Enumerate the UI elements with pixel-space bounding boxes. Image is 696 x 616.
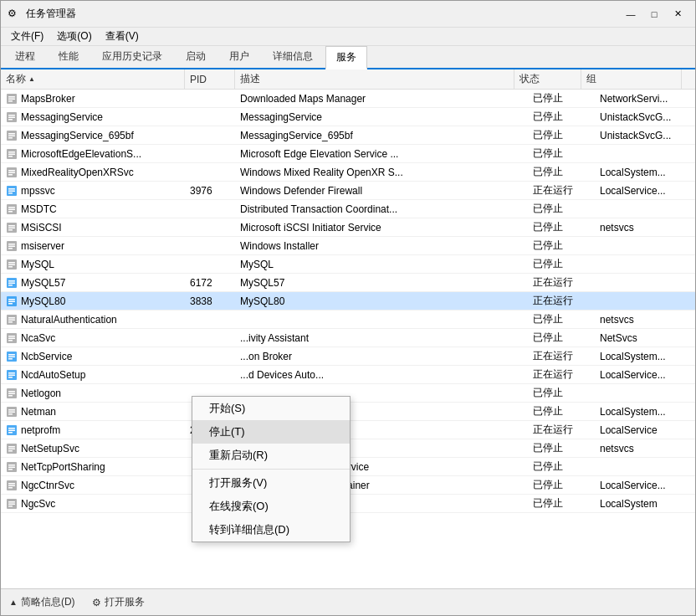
header-name[interactable]: 名称 ▲ bbox=[1, 69, 185, 89]
header-desc[interactable]: 描述 bbox=[235, 69, 514, 89]
cell-status: 已停止 bbox=[528, 237, 595, 254]
table-row[interactable]: NcbService ...on Broker 正在运行 LocalSystem… bbox=[1, 347, 695, 366]
cell-group bbox=[595, 392, 695, 395]
svg-rect-63 bbox=[8, 377, 13, 378]
cell-pid bbox=[185, 116, 235, 119]
cell-desc: Downloaded Maps Manager bbox=[235, 91, 528, 106]
cell-pid bbox=[185, 244, 235, 248]
svg-rect-89 bbox=[8, 501, 15, 503]
cell-desc: Windows Mixed Reality OpenXR S... bbox=[235, 165, 528, 180]
cell-status: 已停止 bbox=[528, 108, 595, 126]
open-services-link[interactable]: ⚙ 打开服务 bbox=[92, 595, 145, 609]
table-row[interactable]: MySQL MySQL 已停止 bbox=[1, 255, 695, 274]
cell-status: 已停止 bbox=[528, 495, 595, 512]
table-row[interactable]: MySQL80 3838 MySQL80 正在运行 bbox=[1, 292, 695, 311]
menu-file[interactable]: 文件(F) bbox=[4, 28, 50, 45]
svg-rect-50 bbox=[8, 319, 15, 321]
service-icon bbox=[6, 461, 18, 473]
context-menu-item-open-services[interactable]: 打开服务(V) bbox=[192, 471, 350, 495]
cell-status: 已停止 bbox=[528, 218, 595, 236]
tab-startup[interactable]: 启动 bbox=[175, 45, 217, 68]
cell-desc: MessagingService_695bf bbox=[235, 128, 528, 143]
cell-pid bbox=[185, 226, 235, 229]
svg-rect-62 bbox=[8, 374, 15, 376]
cell-status: 已停止 bbox=[528, 476, 595, 494]
open-services-label: 打开服务 bbox=[105, 595, 145, 609]
context-menu-item-search-online[interactable]: 在线搜索(O) bbox=[192, 495, 350, 518]
header-pid[interactable]: PID bbox=[185, 69, 235, 89]
cell-desc: MySQL bbox=[235, 257, 528, 272]
context-menu-item-stop[interactable]: 停止(T) bbox=[192, 420, 350, 444]
svg-rect-82 bbox=[8, 466, 15, 468]
cell-name: NcbService bbox=[1, 349, 185, 364]
cell-group: LocalService... bbox=[595, 478, 695, 493]
menu-options[interactable]: 选项(O) bbox=[50, 28, 98, 45]
tab-app-history[interactable]: 应用历史记录 bbox=[91, 45, 173, 68]
svg-rect-14 bbox=[8, 153, 15, 155]
cell-pid bbox=[185, 392, 235, 395]
menu-bar: 文件(F) 选项(O) 查看(V) bbox=[1, 28, 695, 46]
tab-services[interactable]: 服务 bbox=[325, 46, 367, 69]
cell-status: 已停止 bbox=[528, 200, 595, 218]
cell-group: LocalSystem bbox=[595, 496, 695, 511]
summary-info-link[interactable]: ▲ 简略信息(D) bbox=[9, 595, 75, 609]
table-row[interactable]: NcaSvc ...ivity Assistant 已停止 NetSvcs bbox=[1, 329, 695, 347]
maximize-button[interactable]: □ bbox=[643, 6, 665, 23]
table-row[interactable]: NaturalAuthentication 已停止 netsvcs bbox=[1, 311, 695, 329]
cell-group: netsvcs bbox=[595, 312, 695, 327]
svg-rect-46 bbox=[8, 300, 15, 302]
table-row[interactable]: MSiSCSI Microsoft iSCSI Initiator Servic… bbox=[1, 218, 695, 237]
cell-desc: Microsoft Edge Elevation Service ... bbox=[235, 146, 528, 162]
svg-rect-35 bbox=[8, 248, 13, 249]
cell-name: NaturalAuthentication bbox=[1, 312, 185, 327]
tab-details[interactable]: 详细信息 bbox=[262, 45, 324, 68]
svg-rect-70 bbox=[8, 411, 15, 413]
table-row[interactable]: MSDTC Distributed Transaction Coordinat.… bbox=[1, 200, 695, 218]
close-button[interactable]: ✕ bbox=[667, 6, 688, 23]
table-row[interactable]: msiserver Windows Installer 已停止 bbox=[1, 237, 695, 255]
service-icon bbox=[6, 277, 18, 289]
svg-rect-41 bbox=[8, 280, 15, 282]
cell-name: msiserver bbox=[1, 239, 185, 254]
table-row[interactable]: MessagingService MessagingService 已停止 Un… bbox=[1, 108, 695, 126]
tab-users[interactable]: 用户 bbox=[218, 45, 260, 68]
svg-rect-75 bbox=[8, 432, 13, 434]
summary-label: 简略信息(D) bbox=[21, 595, 75, 609]
table-row[interactable]: MySQL57 6172 MySQL57 正在运行 bbox=[1, 274, 695, 292]
table-row[interactable]: MapsBroker Downloaded Maps Manager 已停止 N… bbox=[1, 90, 695, 108]
table-row[interactable]: NcdAutoSetup ...d Devices Auto... 正在运行 L… bbox=[1, 366, 695, 384]
service-icon bbox=[6, 498, 18, 510]
cell-status: 已停止 bbox=[528, 90, 595, 107]
svg-rect-86 bbox=[8, 485, 15, 486]
tab-processes[interactable]: 进程 bbox=[4, 45, 46, 68]
svg-rect-31 bbox=[8, 229, 13, 231]
cell-name: MySQL80 bbox=[1, 294, 185, 309]
context-menu-item-goto-details[interactable]: 转到详细信息(D) bbox=[192, 518, 350, 542]
gear-icon: ⚙ bbox=[92, 597, 101, 608]
header-status[interactable]: 状态 bbox=[514, 69, 581, 89]
table-row[interactable]: MessagingService_695bf MessagingService_… bbox=[1, 126, 695, 145]
tabs-bar: 进程 性能 应用历史记录 启动 用户 详细信息 服务 bbox=[1, 46, 695, 69]
context-menu-item-start[interactable]: 开始(S) bbox=[192, 397, 350, 420]
cell-desc: Distributed Transaction Coordinat... bbox=[235, 202, 528, 217]
svg-rect-58 bbox=[8, 356, 15, 357]
cell-name: MySQL57 bbox=[1, 275, 185, 290]
cell-name: MapsBroker bbox=[1, 91, 185, 106]
table-row[interactable]: MicrosoftEdgeElevationS... Microsoft Edg… bbox=[1, 145, 695, 163]
menu-view[interactable]: 查看(V) bbox=[99, 28, 146, 45]
cell-desc: MessagingService bbox=[235, 110, 528, 125]
context-menu-item-restart[interactable]: 重新启动(R) bbox=[192, 444, 350, 467]
service-icon bbox=[6, 314, 18, 326]
svg-rect-13 bbox=[8, 151, 15, 153]
service-icon bbox=[6, 406, 18, 418]
svg-rect-42 bbox=[8, 282, 15, 284]
cell-group: NetSvcs bbox=[595, 331, 695, 346]
minimize-button[interactable]: — bbox=[620, 6, 642, 23]
tab-performance[interactable]: 性能 bbox=[48, 45, 90, 68]
svg-rect-45 bbox=[8, 299, 15, 300]
table-row[interactable]: mpssvc 3976 Windows Defender Firewall 正在… bbox=[1, 182, 695, 200]
header-group[interactable]: 组 bbox=[581, 69, 682, 89]
table-row[interactable]: MixedRealityOpenXRSvc Windows Mixed Real… bbox=[1, 163, 695, 182]
svg-rect-47 bbox=[8, 303, 13, 305]
service-icon bbox=[6, 203, 18, 215]
